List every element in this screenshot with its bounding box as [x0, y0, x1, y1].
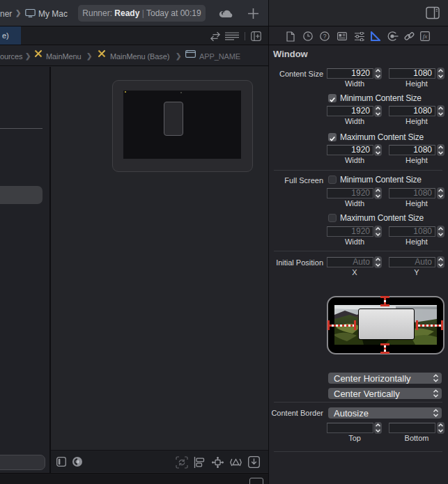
- svg-text:fx: fx: [423, 33, 428, 40]
- svg-text:?: ?: [323, 33, 327, 40]
